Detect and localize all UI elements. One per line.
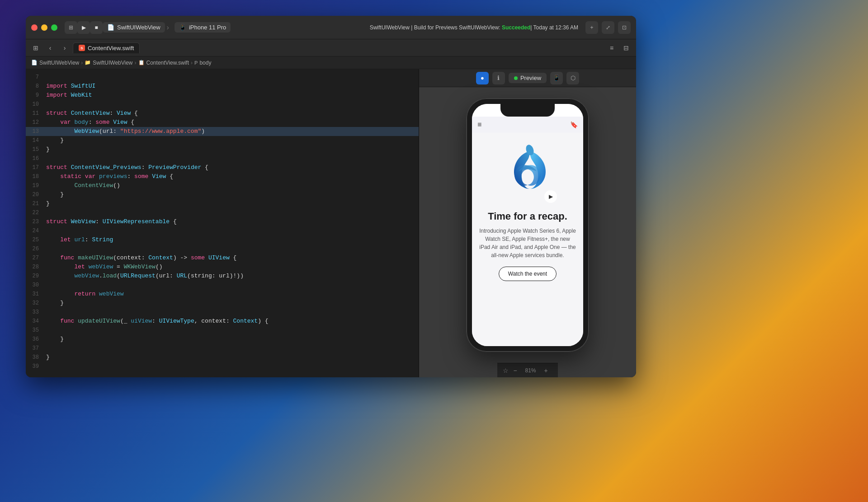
device-label: iPhone 11 Pro bbox=[189, 24, 226, 31]
fullscreen-button[interactable] bbox=[51, 24, 57, 31]
stop-button[interactable]: ■ bbox=[90, 21, 103, 34]
browser-bookmark-icon[interactable]: 🔖 bbox=[570, 121, 578, 128]
iphone-notch bbox=[500, 104, 555, 117]
line-25: 25 let url: String bbox=[26, 235, 419, 244]
line-17: 17 struct ContentView_Previews: PreviewP… bbox=[26, 163, 419, 172]
breadcrumb-item-3[interactable]: 📋 ContentView.swift bbox=[138, 60, 189, 66]
preview-share-button[interactable]: ⬡ bbox=[566, 72, 579, 84]
code-lines: 7 8 import SwiftUI 9 import WebKit 10 11 bbox=[26, 69, 419, 375]
preview-content: ≡ 🔖 bbox=[458, 87, 598, 363]
line-15: 15 } bbox=[26, 145, 419, 154]
breadcrumb-item-1[interactable]: 📄 SwiftUIWebView bbox=[31, 60, 79, 66]
preview-panel: ● ℹ Preview 📱 ⬡ bbox=[419, 69, 636, 377]
swift-icon: S bbox=[79, 45, 85, 51]
preview-toolbar: ● ℹ Preview 📱 ⬡ bbox=[419, 69, 636, 87]
back-button[interactable]: ‹ bbox=[44, 42, 57, 54]
play-overlay-icon[interactable]: ▶ bbox=[544, 190, 557, 203]
line-9: 9 import WebKit bbox=[26, 91, 419, 100]
watch-event-button[interactable]: Watch the event bbox=[499, 267, 557, 281]
line-10: 10 bbox=[26, 100, 419, 109]
layout-button[interactable]: ⊡ bbox=[618, 21, 631, 34]
apple-event-logo-container: ▶ bbox=[496, 142, 559, 205]
preview-label-text: Preview bbox=[520, 75, 541, 81]
line-16: 16 bbox=[26, 154, 419, 163]
line-13: 13 WebView(url: "https://www.apple.com") bbox=[26, 127, 419, 136]
line-7: 7 bbox=[26, 73, 419, 82]
preview-info-button[interactable]: ● bbox=[476, 72, 489, 84]
zoom-out-button[interactable]: − bbox=[509, 364, 521, 377]
line-19: 19 ContentView() bbox=[26, 181, 419, 190]
toolbar: ⊞ ‹ › S ContentView.swift ≡ ⊟ bbox=[26, 39, 636, 56]
line-20: 20 } bbox=[26, 190, 419, 199]
line-21: 21 } bbox=[26, 199, 419, 208]
line-26: 26 bbox=[26, 244, 419, 253]
add-button[interactable]: + bbox=[585, 21, 598, 34]
iphone-screen: ≡ 🔖 bbox=[472, 104, 583, 346]
breadcrumb-item-4[interactable]: P body bbox=[194, 60, 211, 66]
line-18: 18 static var previews: some View { bbox=[26, 172, 419, 181]
zoom-controls: − 81% + bbox=[509, 364, 552, 377]
play-button[interactable]: ▶ bbox=[77, 21, 90, 34]
line-24: 24 bbox=[26, 226, 419, 235]
line-34: 34 func updateUIView(_ uiView: UIViewTyp… bbox=[26, 317, 419, 326]
iphone-mockup: ≡ 🔖 bbox=[467, 99, 589, 352]
line-35: 35 bbox=[26, 326, 419, 335]
zoom-in-button[interactable]: + bbox=[540, 364, 552, 377]
star-icon: ☆ bbox=[503, 367, 509, 374]
inspector-button[interactable]: ⊟ bbox=[620, 42, 632, 54]
line-14: 14 } bbox=[26, 136, 419, 145]
file-tab[interactable]: S ContentView.swift bbox=[73, 42, 140, 53]
line-30: 30 bbox=[26, 281, 419, 290]
title-bar: ⊞ ▶ ■ 📄 SwiftUIWebView › 📱 iPhone 11 Pro… bbox=[26, 16, 636, 39]
line-12: 12 var body: some View { bbox=[26, 118, 419, 127]
line-37: 37 bbox=[26, 344, 419, 353]
breadcrumb-item-2[interactable]: 📁 SwiftUIWebView bbox=[85, 60, 132, 66]
toolbar-right: ≡ ⊟ bbox=[605, 42, 632, 54]
line-39: 39 bbox=[26, 362, 419, 371]
browser-bar: ≡ 🔖 bbox=[472, 117, 583, 133]
line-11: 11 struct ContentView: View { bbox=[26, 109, 419, 118]
preview-bottom-bar: ☆ − 81% + bbox=[497, 363, 557, 377]
close-button[interactable] bbox=[31, 24, 38, 31]
sidebar-toggle-icon[interactable]: ⊞ bbox=[29, 42, 42, 54]
iphone-top-bar bbox=[472, 104, 583, 117]
expand-button[interactable]: ⤢ bbox=[602, 21, 614, 34]
preview-label: Preview bbox=[509, 73, 547, 83]
build-status: SwiftUIWebView | Build for Previews Swif… bbox=[370, 24, 578, 31]
scheme-selector[interactable]: 📄 SwiftUIWebView bbox=[103, 22, 165, 33]
apple-subtext: Introducing Apple Watch Series 6, Apple … bbox=[479, 227, 576, 259]
xcode-window: ⊞ ▶ ■ 📄 SwiftUIWebView › 📱 iPhone 11 Pro… bbox=[26, 16, 636, 377]
preview-status-dot bbox=[514, 76, 518, 80]
preview-settings-button[interactable]: ℹ bbox=[492, 72, 505, 84]
line-22: 22 bbox=[26, 208, 419, 217]
content-area: 7 8 import SwiftUI 9 import WebKit 10 11 bbox=[26, 69, 636, 377]
traffic-lights bbox=[31, 24, 57, 31]
sidebar-toggle-button[interactable]: ⊞ bbox=[65, 21, 77, 34]
preview-device-button[interactable]: 📱 bbox=[550, 72, 563, 84]
code-editor[interactable]: 7 8 import SwiftUI 9 import WebKit 10 11 bbox=[26, 69, 419, 377]
minimize-button[interactable] bbox=[41, 24, 47, 31]
line-23: 23 struct WebView: UIViewRepresentable { bbox=[26, 217, 419, 226]
line-31: 31 return webView bbox=[26, 290, 419, 299]
zoom-level: 81% bbox=[525, 367, 536, 374]
line-33: 33 bbox=[26, 308, 419, 317]
line-32: 32 } bbox=[26, 299, 419, 308]
line-28: 28 let webView = WKWebView() bbox=[26, 263, 419, 272]
apple-headline: Time for a recap. bbox=[488, 211, 567, 222]
line-8: 8 import SwiftUI bbox=[26, 82, 419, 91]
device-selector[interactable]: 📱 iPhone 11 Pro bbox=[175, 22, 231, 33]
breadcrumb-sep-2: › bbox=[135, 60, 137, 66]
forward-button[interactable]: › bbox=[58, 42, 71, 54]
list-view-button[interactable]: ≡ bbox=[605, 42, 618, 54]
breadcrumb: 📄 SwiftUIWebView › 📁 SwiftUIWebView › 📋 … bbox=[26, 56, 636, 69]
breadcrumb-sep-1: › bbox=[81, 60, 83, 66]
breadcrumb-sep-3: › bbox=[191, 60, 193, 66]
title-bar-right: + ⤢ ⊡ bbox=[585, 21, 631, 34]
apple-webpage: ▶ Time for a recap. Introducing Apple Wa… bbox=[472, 133, 583, 346]
line-27: 27 func makeUIView(context: Context) -> … bbox=[26, 253, 419, 263]
scheme-label: SwiftUIWebView bbox=[117, 24, 160, 31]
line-36: 36 } bbox=[26, 335, 419, 344]
file-tab-label: ContentView.swift bbox=[88, 45, 134, 52]
browser-menu-icon[interactable]: ≡ bbox=[477, 121, 481, 129]
line-38: 38 } bbox=[26, 353, 419, 362]
